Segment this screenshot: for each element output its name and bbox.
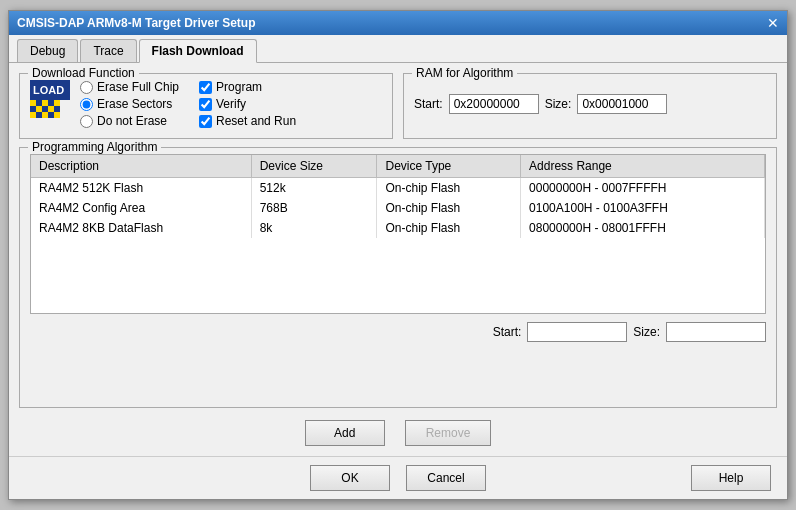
svg-text:LOAD: LOAD bbox=[33, 84, 64, 96]
check-verify[interactable]: Verify bbox=[199, 97, 296, 111]
load-icon: LOAD bbox=[30, 80, 70, 120]
help-button[interactable]: Help bbox=[691, 465, 771, 491]
radio-do-not-erase[interactable]: Do not Erase bbox=[80, 114, 179, 128]
close-button[interactable]: ✕ bbox=[767, 16, 779, 30]
ram-start-input[interactable] bbox=[449, 94, 539, 114]
start-label: Start: bbox=[493, 325, 522, 339]
col-description: Description bbox=[31, 155, 251, 178]
radio-erase-full-input[interactable] bbox=[80, 81, 93, 94]
add-button[interactable]: Add bbox=[305, 420, 385, 446]
size-label: Size: bbox=[633, 325, 660, 339]
tab-trace[interactable]: Trace bbox=[80, 39, 136, 62]
check-reset-run-input[interactable] bbox=[199, 115, 212, 128]
svg-rect-14 bbox=[42, 112, 48, 118]
algorithm-table: Description Device Size Device Type Addr… bbox=[31, 155, 765, 238]
top-section: Download Function LOAD bbox=[19, 73, 777, 139]
ram-algorithm-group: RAM for Algorithm Start: Size: bbox=[403, 73, 777, 139]
window-title: CMSIS-DAP ARMv8-M Target Driver Setup bbox=[17, 16, 255, 30]
ram-algorithm-label: RAM for Algorithm bbox=[412, 66, 517, 80]
size-input[interactable] bbox=[666, 322, 766, 342]
col-device-size: Device Size bbox=[251, 155, 377, 178]
col-device-type: Device Type bbox=[377, 155, 521, 178]
table-row[interactable]: RA4M2 512K Flash512kOn-chip Flash0000000… bbox=[31, 178, 765, 199]
table-row[interactable]: RA4M2 8KB DataFlash8kOn-chip Flash080000… bbox=[31, 218, 765, 238]
start-size-row: Start: Size: bbox=[30, 322, 766, 342]
tab-debug[interactable]: Debug bbox=[17, 39, 78, 62]
svg-rect-5 bbox=[48, 100, 54, 106]
remove-button[interactable]: Remove bbox=[405, 420, 492, 446]
ok-button[interactable]: OK bbox=[310, 465, 390, 491]
check-reset-run-label: Reset and Run bbox=[216, 114, 296, 128]
tab-bar: Debug Trace Flash Download bbox=[9, 35, 787, 63]
svg-rect-7 bbox=[30, 106, 36, 112]
download-function-group: Download Function LOAD bbox=[19, 73, 393, 139]
radio-do-not-erase-label: Do not Erase bbox=[97, 114, 167, 128]
svg-rect-15 bbox=[48, 112, 54, 118]
algorithm-buttons: Add Remove bbox=[19, 420, 777, 446]
check-program-input[interactable] bbox=[199, 81, 212, 94]
radio-options: Erase Full Chip Erase Sectors Do not Era… bbox=[80, 80, 179, 128]
svg-rect-2 bbox=[30, 100, 36, 106]
algorithm-table-container: Description Device Size Device Type Addr… bbox=[30, 154, 766, 314]
radio-erase-full-label: Erase Full Chip bbox=[97, 80, 179, 94]
svg-rect-9 bbox=[42, 106, 48, 112]
check-verify-input[interactable] bbox=[199, 98, 212, 111]
svg-rect-6 bbox=[54, 100, 60, 106]
table-row[interactable]: RA4M2 Config Area768BOn-chip Flash0100A1… bbox=[31, 198, 765, 218]
col-address-range: Address Range bbox=[521, 155, 765, 178]
svg-rect-8 bbox=[36, 106, 42, 112]
svg-rect-4 bbox=[42, 100, 48, 106]
svg-rect-10 bbox=[48, 106, 54, 112]
svg-rect-13 bbox=[36, 112, 42, 118]
main-content: Download Function LOAD bbox=[9, 63, 787, 456]
svg-rect-11 bbox=[54, 106, 60, 112]
check-options: Program Verify Reset and Run bbox=[199, 80, 296, 128]
check-reset-run[interactable]: Reset and Run bbox=[199, 114, 296, 128]
check-verify-label: Verify bbox=[216, 97, 246, 111]
ram-size-input[interactable] bbox=[577, 94, 667, 114]
table-header-row: Description Device Size Device Type Addr… bbox=[31, 155, 765, 178]
tab-flash-download[interactable]: Flash Download bbox=[139, 39, 257, 63]
check-program-label: Program bbox=[216, 80, 262, 94]
start-input[interactable] bbox=[527, 322, 627, 342]
footer: OK Cancel Help bbox=[9, 456, 787, 499]
radio-erase-sectors[interactable]: Erase Sectors bbox=[80, 97, 179, 111]
check-program[interactable]: Program bbox=[199, 80, 296, 94]
download-body: LOAD bbox=[30, 80, 382, 128]
radio-erase-sectors-input[interactable] bbox=[80, 98, 93, 111]
cancel-button[interactable]: Cancel bbox=[406, 465, 486, 491]
svg-rect-3 bbox=[36, 100, 42, 106]
programming-algorithm-label: Programming Algorithm bbox=[28, 140, 161, 154]
main-window: CMSIS-DAP ARMv8-M Target Driver Setup ✕ … bbox=[8, 10, 788, 500]
download-function-label: Download Function bbox=[28, 66, 139, 80]
radio-do-not-erase-input[interactable] bbox=[80, 115, 93, 128]
radio-erase-full[interactable]: Erase Full Chip bbox=[80, 80, 179, 94]
title-bar: CMSIS-DAP ARMv8-M Target Driver Setup ✕ bbox=[9, 11, 787, 35]
ram-start-label: Start: bbox=[414, 97, 443, 111]
ram-body: Start: Size: bbox=[414, 94, 766, 114]
programming-algorithm-group: Programming Algorithm Description Device… bbox=[19, 147, 777, 408]
ram-size-label: Size: bbox=[545, 97, 572, 111]
svg-rect-12 bbox=[30, 112, 36, 118]
radio-erase-sectors-label: Erase Sectors bbox=[97, 97, 172, 111]
svg-rect-16 bbox=[54, 112, 60, 118]
